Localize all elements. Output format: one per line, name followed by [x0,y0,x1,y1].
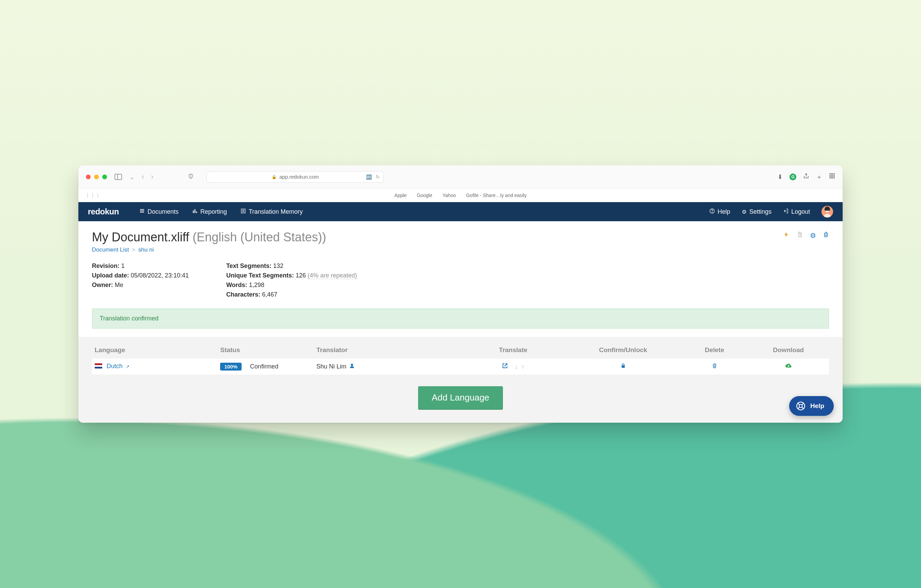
open-editor-icon[interactable] [502,363,510,370]
svg-rect-3 [833,177,835,178]
arrow-down-icon[interactable]: ↓ [515,363,518,370]
svg-rect-22 [95,365,102,367]
nav-logout[interactable]: Logout [783,208,810,215]
breadcrumb: Document List > shu ni [92,246,829,253]
languages-section: Language Status Translator Translate Con… [78,337,843,423]
flag-nl-icon [95,363,102,370]
svg-rect-2 [830,177,832,178]
downloads-icon[interactable]: ⬇ [778,173,783,181]
th-confirm: Confirm/Unlock [565,346,682,358]
th-download: Download [748,346,829,358]
upload-value: 05/08/2022, 23:10:41 [131,272,189,279]
nav-reporting[interactable]: Reporting [192,208,227,215]
help-fab[interactable]: Help [789,396,834,416]
add-language-button[interactable]: Add Language [418,386,503,409]
nav-logout-label: Logout [791,208,810,215]
bookmark-apple[interactable]: Apple [395,192,407,198]
nav-help[interactable]: Help [709,208,730,215]
new-tab-icon[interactable]: ＋ [816,173,822,181]
arrow-up-icon[interactable]: ↑ [521,363,524,370]
brand-logo[interactable]: redokun [88,207,119,217]
user-icon[interactable] [349,363,355,370]
close-window-button[interactable] [86,174,91,179]
browser-chrome: ⌄ ‹ › 🔒 app.redokun.com 🔤 ↻ ⬇ G ＋ [78,165,843,189]
svg-line-30 [798,403,800,405]
segments-value: 132 [273,262,283,269]
breadcrumb-root[interactable]: Document List [92,246,129,253]
language-link[interactable]: Dutch [107,363,123,370]
traffic-lights [86,174,107,179]
svg-rect-5 [140,211,144,211]
th-translator: Translator [314,346,461,358]
privacy-shield-icon[interactable] [188,173,194,181]
table-row: Dutch ↗ 100% Confirmed Shu Ni Lim [92,358,829,375]
browser-window: ⌄ ‹ › 🔒 app.redokun.com 🔤 ↻ ⬇ G ＋ [78,165,843,423]
grammarly-extension-icon[interactable]: G [789,174,796,180]
share-icon[interactable] [803,173,809,181]
languages-table: Language Status Translator Translate Con… [92,346,829,375]
translate-page-icon[interactable]: 🔤 [366,174,372,180]
nav-documents-label: Documents [148,208,179,215]
chrome-left-icons: ⌄ ‹ › [114,173,154,181]
nav-settings[interactable]: ⚙ Settings [742,208,771,215]
bookmark-bar: ⋮⋮⋮ Apple Google Yahoo Gofile - Share…ly… [78,189,843,202]
upload-label: Upload date: [92,272,129,279]
forward-icon[interactable]: › [151,173,153,181]
external-link-icon[interactable]: ↗ [126,364,130,369]
nav-help-label: Help [718,208,730,215]
document-meta: Revision: 1 Upload date: 05/08/2022, 23:… [92,261,829,300]
bookmark-yahoo[interactable]: Yahoo [443,192,456,198]
svg-rect-1 [833,174,835,175]
unique-label: Unique Text Segments: [226,272,294,279]
page-body: My Document.xliff (English (United State… [78,221,843,329]
success-alert: Translation confirmed [92,308,829,329]
upload-revision-icon[interactable] [796,231,803,239]
back-icon[interactable]: ‹ [142,173,144,181]
translator-name: Shu Ni Lim [316,363,346,370]
nav-settings-label: Settings [749,208,771,215]
nav-tm[interactable]: Translation Memory [241,208,303,215]
th-status: Status [217,346,314,358]
status-badge: 100% [220,363,241,371]
breadcrumb-current[interactable]: shu ni [138,246,154,253]
words-value: 1,298 [249,282,264,288]
revision-value: 1 [121,262,125,269]
nav-documents[interactable]: Documents [139,208,179,215]
bookmark-gofile[interactable]: Gofile - Share…ly and easily [466,192,526,198]
svg-point-24 [351,364,353,366]
logout-icon [783,208,788,215]
chars-label: Characters: [226,291,260,298]
page-actions: ⚙ [783,230,829,240]
bookmark-google[interactable]: Google [417,192,432,198]
download-icon[interactable] [785,363,792,370]
fullscreen-window-button[interactable] [102,174,107,179]
document-lang: (English (United States)) [192,230,326,244]
words-label: Words: [226,282,247,288]
document-settings-icon[interactable]: ⚙ [810,231,816,239]
address-bar[interactable]: 🔒 app.redokun.com 🔤 ↻ [207,171,384,183]
page-title: My Document.xliff (English (United State… [92,230,326,244]
svg-line-31 [802,403,804,405]
apps-grid-icon[interactable]: ⋮⋮⋮ [85,192,101,198]
minimize-window-button[interactable] [94,174,99,179]
sidebar-toggle-icon[interactable] [114,174,122,180]
lock-icon[interactable] [620,363,626,370]
nav-tm-label: Translation Memory [249,208,303,215]
chrome-right-icons: ⬇ G ＋ [778,173,835,181]
tab-overview-icon[interactable] [829,173,835,181]
th-language: Language [92,346,218,358]
delete-document-icon[interactable] [823,231,829,239]
delete-row-icon[interactable] [712,363,717,370]
lifebuoy-icon [796,401,805,411]
th-delete: Delete [681,346,748,358]
segments-label: Text Segments: [226,262,272,269]
svg-rect-21 [95,363,102,365]
document-name: My Document.xliff [92,230,189,244]
status-text: Confirmed [250,363,278,370]
bolt-icon[interactable] [783,231,789,240]
user-avatar[interactable] [822,206,833,217]
chevron-down-icon[interactable]: ⌄ [129,173,135,181]
svg-point-15 [712,212,713,213]
stack-icon [139,208,145,215]
reload-icon[interactable]: ↻ [376,174,380,180]
